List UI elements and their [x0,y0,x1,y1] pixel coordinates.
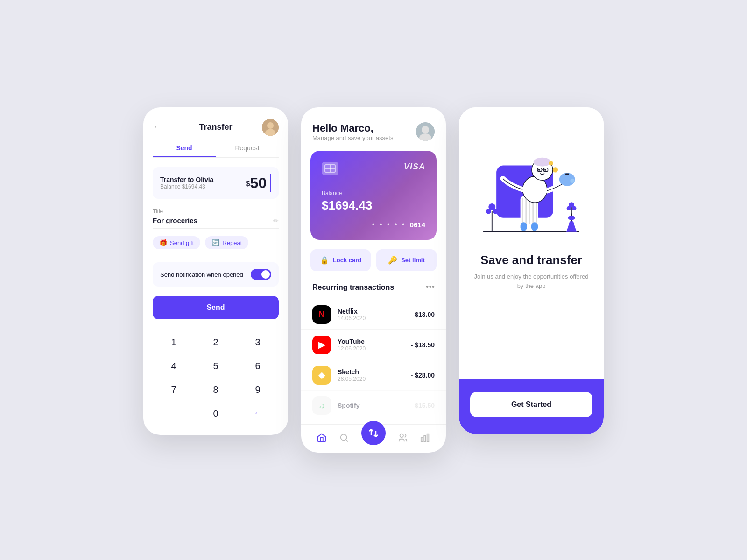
chip [324,164,336,173]
nav-contacts[interactable] [398,433,408,443]
transaction-amount: - $18.50 [411,341,435,349]
hero-illustration [470,122,592,244]
currency-symbol: $ [246,180,250,188]
transaction-date: 28.05.2020 [338,376,404,382]
netflix-icon: N [312,305,331,324]
key-7[interactable]: 7 [153,378,195,402]
card-bottom: • • • • • 0614 [322,220,425,229]
back-button[interactable]: ← [153,122,161,132]
svg-rect-30 [521,222,527,231]
set-limit-label: Set limit [401,257,425,264]
svg-point-1 [267,122,274,129]
nav-home[interactable] [317,433,327,443]
nav-transfer-center[interactable] [361,421,386,445]
transaction-netflix: N Netflix 14.06.2020 - $13.00 [301,300,446,329]
transaction-amount: - $15.50 [411,402,435,409]
limit-icon: 🔑 [388,256,397,265]
key-6[interactable]: 6 [237,354,279,378]
visa-label: VISA [404,162,425,172]
transaction-name: YouTube [338,338,404,345]
svg-point-27 [562,174,566,178]
screen-onboarding: Save and transfer Join us and enjoy the … [459,107,604,434]
svg-rect-31 [531,222,538,231]
transfer-recipient: Transfer to Olivia [160,176,246,183]
nav-stats[interactable] [420,433,430,443]
transaction-name: Netflix [338,308,404,315]
svg-point-7 [400,434,403,437]
transaction-sketch: ◆ Sketch 28.05.2020 - $28.00 [301,360,446,390]
greeting-block: Hello Marco, Manage and save your assets [312,122,393,141]
key-backspace[interactable]: ← [237,402,279,426]
balance-amount: $1694.43 [322,198,425,213]
send-gift-label: Send gift [170,239,194,246]
transaction-info: Spotify [338,402,404,409]
title-row: For groceries ✏ [153,217,279,229]
amount-value: 50 [250,175,267,192]
notification-label: Send notification when opened [160,271,243,278]
transfer-box: Transfer to Olivia Balance $1694.43 $ 50 [153,167,279,199]
key-2[interactable]: 2 [195,330,237,354]
transaction-name: Sketch [338,368,404,376]
hero-title: Save and transfer [470,253,592,267]
transfer-balance: Balance $1694.43 [160,183,246,190]
edit-icon[interactable]: ✏ [273,217,279,224]
user-avatar [416,122,435,141]
lock-card-button[interactable]: 🔒 Lock card [310,249,371,271]
greeting-name: Hello Marco, [312,122,393,134]
transfer-body: Transfer to Olivia Balance $1694.43 $ 50… [143,158,288,435]
transaction-amount: - $13.00 [411,311,435,318]
transaction-name: Spotify [338,402,404,409]
send-gift-badge[interactable]: 🎁 Send gift [153,236,200,249]
card-last-digits: 0614 [410,221,425,229]
svg-point-44 [572,206,576,210]
transfer-info: Transfer to Olivia Balance $1694.43 [160,176,246,190]
title-label: Title [153,208,279,215]
svg-rect-10 [427,434,429,442]
gift-icon: 🎁 [159,239,167,246]
set-limit-button[interactable]: 🔑 Set limit [376,249,437,271]
svg-point-6 [341,434,347,441]
tab-request[interactable]: Request [216,140,279,157]
svg-point-22 [544,169,546,171]
key-0[interactable]: 0 [195,402,237,426]
greeting-sub: Manage and save your assets [312,134,393,141]
nav-search[interactable] [339,433,349,443]
bottom-nav [301,424,446,453]
transfer-amount: $ 50 [246,174,272,192]
key-5[interactable]: 5 [195,354,237,378]
transaction-youtube: ▶ YouTube 12.06.2020 - $18.50 [301,329,446,360]
hero-text: Save and transfer Join us and enjoy the … [470,253,592,290]
key-9[interactable]: 9 [237,378,279,402]
repeat-badge[interactable]: 🔄 Repeat [205,236,248,249]
lock-icon: 🔒 [320,256,329,265]
svg-point-32 [553,167,558,172]
tab-send[interactable]: Send [153,140,216,157]
badge-row: 🎁 Send gift 🔄 Repeat [153,236,279,249]
key-8[interactable]: 8 [195,378,237,402]
hero-subtitle: Join us and enjoy the opportunities offe… [470,272,592,290]
key-3[interactable]: 3 [237,330,279,354]
spotify-icon: ♫ [312,396,331,415]
app-container: ← Transfer Send Request Transfer to Oliv… [125,79,622,481]
onboarding-top: Save and transfer Join us and enjoy the … [459,107,604,379]
more-options-button[interactable]: ••• [426,282,435,292]
transaction-info: Netflix 14.06.2020 [338,308,404,322]
svg-point-37 [486,209,491,214]
onboarding-bottom: Get Started [459,379,604,434]
bank-card: VISA Balance $1694.43 • • • • • 0614 [310,151,437,240]
youtube-icon: ▶ [312,336,331,354]
svg-point-29 [570,179,574,183]
key-1[interactable]: 1 [153,330,195,354]
svg-point-20 [534,158,551,167]
transaction-date: 12.06.2020 [338,345,404,352]
sketch-icon: ◆ [312,366,331,385]
svg-rect-9 [424,435,426,441]
svg-point-33 [549,161,553,165]
transfer-title: Transfer [199,122,232,132]
send-button[interactable]: Send [153,296,279,319]
transactions-title: Recurring transactions [312,283,394,292]
svg-point-21 [538,169,540,171]
key-4[interactable]: 4 [153,354,195,378]
notification-toggle[interactable] [251,269,271,280]
get-started-button[interactable]: Get Started [470,392,592,417]
